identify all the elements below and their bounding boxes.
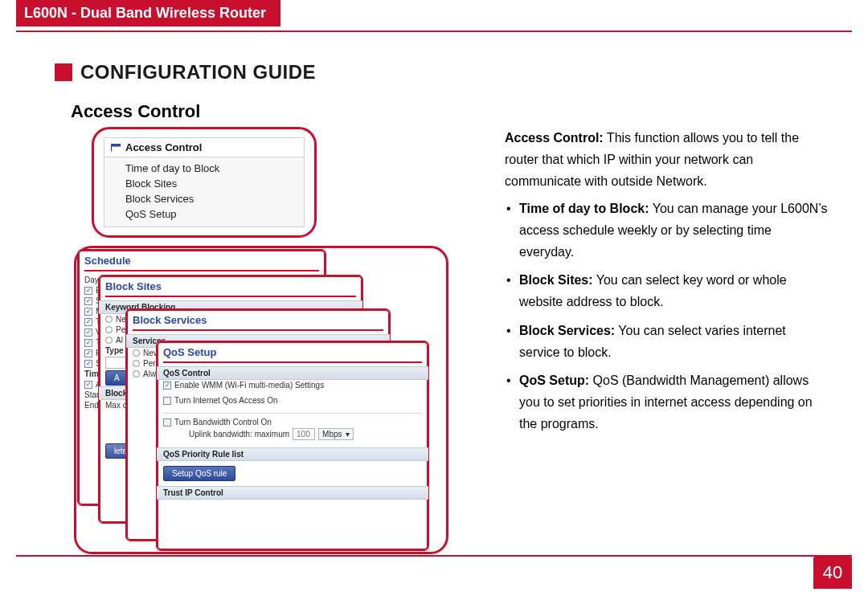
label: Al bbox=[116, 336, 123, 345]
panel-qos-setup: QoS Setup QoS Control ✓Enable WMM (Wi-Fi… bbox=[156, 341, 429, 551]
checkbox-icon: ✓ bbox=[84, 329, 92, 337]
list-item: Time of day to Block: You can manage you… bbox=[505, 198, 828, 263]
checkbox-icon: ✓ bbox=[84, 308, 92, 316]
item-bold: Block Services: bbox=[519, 324, 615, 337]
radio-icon bbox=[133, 370, 140, 378]
label: Uplink bandwidth: maximum bbox=[189, 430, 289, 439]
panel-title: Schedule bbox=[78, 250, 326, 270]
item-bold: Time of day to Block: bbox=[519, 202, 649, 215]
panel-subheader: Trust IP Control bbox=[157, 486, 428, 500]
list-item: Block Sites: You can select key word or … bbox=[505, 269, 828, 312]
footer-divider bbox=[16, 555, 852, 557]
list-item: Block Services: You can select varies in… bbox=[505, 320, 828, 363]
unit-select: Mbps▾ bbox=[318, 428, 353, 440]
uplink-value: 100 bbox=[293, 428, 315, 440]
intro-bold: Access Control: bbox=[505, 131, 604, 145]
section-title: Access Control bbox=[71, 101, 852, 122]
label: Enable WMM (Wi-Fi multi-media) Settings bbox=[174, 381, 324, 390]
list-item: QoS Setup: QoS (Bandwidth Management) al… bbox=[505, 369, 828, 435]
checkbox-icon: ✓ bbox=[84, 287, 92, 295]
checkbox-icon: ✓ bbox=[163, 382, 171, 390]
label: Turn Bandwidth Control On bbox=[174, 418, 272, 427]
radio-icon bbox=[133, 360, 140, 367]
label: Pe bbox=[116, 325, 125, 334]
checkbox-icon: ✓ bbox=[84, 339, 92, 347]
setup-qos-rule-button: Setup QoS rule bbox=[163, 466, 235, 481]
nav-heading: Access Control bbox=[125, 141, 202, 153]
nav-item: Block Services bbox=[125, 191, 304, 206]
checkbox-icon: ✓ bbox=[84, 349, 92, 357]
radio-icon bbox=[105, 337, 113, 344]
label: Ne bbox=[116, 315, 126, 324]
item-bold: Block Sites: bbox=[519, 273, 593, 287]
checkbox-icon: ✓ bbox=[84, 360, 92, 368]
panel-title: QoS Setup bbox=[157, 341, 428, 361]
radio-icon bbox=[105, 326, 113, 333]
panel-subheader: QoS Priority Rule list bbox=[157, 447, 428, 461]
radio-icon bbox=[105, 316, 113, 323]
panel-subheader: QoS Control bbox=[157, 366, 428, 380]
item-bold: QoS Setup: bbox=[519, 373, 589, 387]
label: Turn Internet Qos Access On bbox=[174, 396, 278, 405]
body-text: Access Control: This function allows you… bbox=[505, 127, 852, 441]
text-input bbox=[105, 357, 128, 369]
nav-callout: Access Control Time of day to Block Bloc… bbox=[92, 127, 317, 238]
panel-title: Block Services bbox=[126, 309, 390, 329]
checkbox-icon: ✓ bbox=[84, 297, 92, 305]
title-marker-icon bbox=[55, 63, 72, 81]
checkbox-icon bbox=[163, 418, 171, 427]
checkbox-icon: ✓ bbox=[84, 381, 92, 389]
header-product-title: L600N - Dual Band Wireless Router bbox=[16, 0, 280, 27]
guide-title: CONFIGURATION GUIDE bbox=[80, 61, 316, 84]
checkbox-icon bbox=[163, 397, 171, 405]
panel-title: Block Sites bbox=[99, 276, 362, 296]
checkbox-icon: ✓ bbox=[84, 318, 92, 326]
radio-icon bbox=[133, 349, 140, 357]
nav-item: Block Sites bbox=[125, 176, 304, 191]
page-number: 40 bbox=[813, 557, 852, 589]
nav-item: QoS Setup bbox=[125, 206, 304, 222]
nav-item: Time of day to Block bbox=[125, 161, 304, 176]
chevron-down-icon: ▾ bbox=[346, 430, 350, 439]
nav-folder-icon bbox=[111, 144, 121, 152]
